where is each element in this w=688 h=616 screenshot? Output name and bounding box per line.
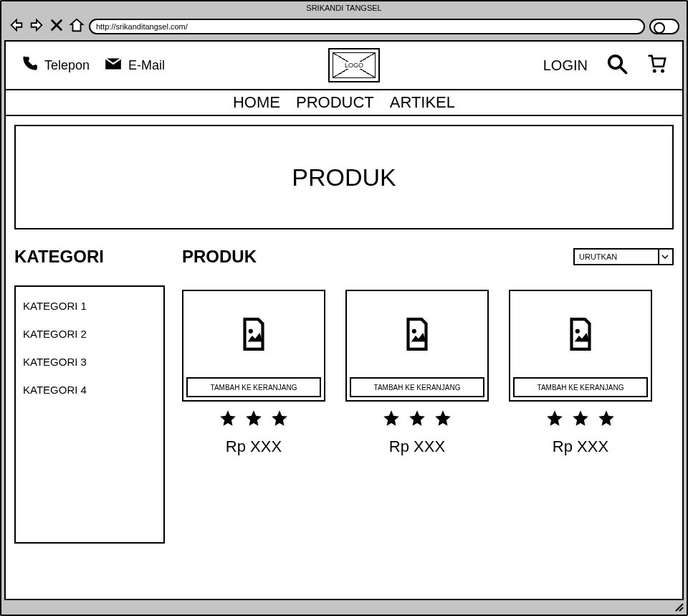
forward-icon[interactable] — [29, 17, 44, 36]
back-icon[interactable] — [9, 17, 24, 36]
svg-line-3 — [620, 66, 626, 72]
rating-stars — [182, 409, 325, 430]
phone-label: Telepon — [44, 58, 90, 73]
browser-toolbar: http://srikanditangsel.com/ — [1, 14, 687, 39]
logo-text: LOGO — [343, 62, 365, 69]
add-to-cart-button[interactable]: TAMBAH KE KERANJANG — [350, 377, 484, 397]
phone-link[interactable]: Telepon — [20, 55, 90, 77]
star-icon — [244, 409, 263, 430]
product-image-placeholder[interactable] — [183, 291, 324, 377]
page-viewport: Telepon E-Mail LOGO LOGIN — [4, 40, 684, 600]
category-item[interactable]: KATEGORI 4 — [23, 384, 156, 396]
star-icon — [571, 409, 590, 430]
logo-placeholder[interactable]: LOGO — [328, 48, 380, 82]
mail-icon — [104, 55, 123, 77]
star-icon — [597, 409, 616, 430]
category-item[interactable]: KATEGORI 3 — [23, 356, 156, 368]
category-item[interactable]: KATEGORI 2 — [23, 328, 156, 340]
browser-window: SRIKANDI TANGSEL http://srikanditangsel.… — [0, 0, 688, 616]
phone-icon — [20, 55, 39, 77]
loading-indicator-icon — [649, 19, 679, 34]
svg-line-9 — [676, 604, 683, 611]
add-to-cart-button[interactable]: TAMBAH KE KERANJANG — [186, 377, 321, 397]
sort-dropdown[interactable]: URUTKAN — [573, 248, 674, 265]
search-icon[interactable] — [606, 53, 628, 78]
svg-point-4 — [653, 69, 656, 72]
rating-stars — [509, 409, 652, 430]
svg-line-10 — [679, 607, 683, 611]
star-icon — [219, 409, 237, 430]
nav-artikel[interactable]: ARTIKEL — [390, 93, 455, 112]
product-price: Rp XXX — [509, 437, 652, 456]
nav-home[interactable]: HOME — [233, 93, 280, 112]
email-label: E-Mail — [128, 58, 165, 73]
svg-point-6 — [249, 329, 253, 333]
product-price: Rp XXX — [345, 437, 489, 456]
svg-point-5 — [661, 69, 664, 72]
product-image-placeholder[interactable] — [510, 291, 651, 377]
svg-point-7 — [412, 329, 416, 333]
email-link[interactable]: E-Mail — [104, 55, 165, 77]
star-icon — [408, 409, 426, 430]
sort-label: URUTKAN — [579, 252, 617, 261]
category-item[interactable]: KATEGORI 1 — [23, 300, 156, 312]
login-link[interactable]: LOGIN — [543, 57, 588, 74]
star-icon — [270, 409, 289, 430]
resize-grip-icon[interactable] — [674, 602, 684, 612]
rating-stars — [345, 409, 489, 430]
window-title: SRIKANDI TANGSEL — [1, 1, 687, 14]
product-card: TAMBAH KE KERANJANG Rp XXX — [509, 290, 652, 456]
sidebar: KATEGORI KATEGORI 1 KATEGORI 2 KATEGORI … — [14, 247, 165, 544]
main-content: PRODUK URUTKAN — [182, 247, 674, 544]
hero-title: PRODUK — [292, 164, 396, 191]
star-icon — [382, 409, 401, 430]
product-grid: TAMBAH KE KERANJANG Rp XXX — [182, 290, 674, 456]
add-to-cart-button[interactable]: TAMBAH KE KERANJANG — [513, 377, 648, 397]
url-input[interactable]: http://srikanditangsel.com/ — [89, 19, 645, 34]
product-price: Rp XXX — [182, 437, 325, 456]
site-header: Telepon E-Mail LOGO LOGIN — [6, 42, 682, 90]
hero-banner: PRODUK — [14, 125, 674, 229]
product-card: TAMBAH KE KERANJANG Rp XXX — [182, 290, 325, 456]
cart-icon[interactable] — [646, 53, 668, 78]
svg-point-8 — [575, 329, 580, 333]
sidebar-title: KATEGORI — [14, 247, 165, 267]
product-card: TAMBAH KE KERANJANG Rp XXX — [345, 290, 489, 456]
home-icon[interactable] — [69, 17, 85, 36]
stop-icon[interactable] — [49, 17, 64, 36]
product-image-placeholder[interactable] — [347, 291, 487, 377]
product-section-title: PRODUK — [182, 247, 257, 267]
nav-product[interactable]: PRODUCT — [296, 93, 374, 112]
main-nav: HOME PRODUCT ARTIKEL — [6, 90, 682, 116]
star-icon — [434, 409, 452, 430]
star-icon — [545, 409, 564, 430]
chevron-down-icon — [658, 250, 671, 264]
category-list: KATEGORI 1 KATEGORI 2 KATEGORI 3 KATEGOR… — [14, 285, 165, 544]
